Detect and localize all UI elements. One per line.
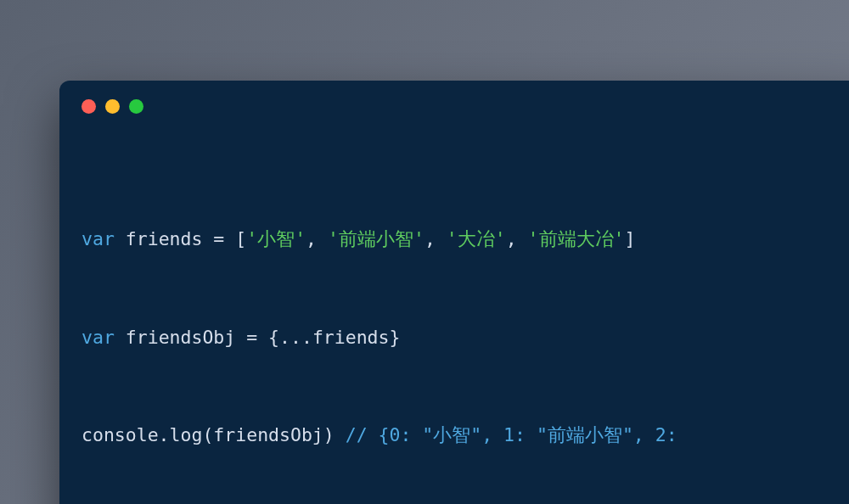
code-content: var friends = ['小智', '前端小智', '大冶', '前端大冶…	[59, 122, 849, 504]
keyword-var: var	[82, 228, 115, 249]
window-titlebar	[59, 81, 849, 122]
minimize-icon[interactable]	[105, 99, 120, 114]
keyword-var: var	[82, 327, 115, 348]
code-window: var friends = ['小智', '前端小智', '大冶', '前端大冶…	[59, 81, 849, 504]
string-literal: '前端小智'	[328, 228, 424, 249]
string-literal: '前端大冶'	[528, 228, 625, 249]
maximize-icon[interactable]	[129, 99, 143, 114]
code-line-1: var friends = ['小智', '前端小智', '大冶', '前端大冶…	[82, 226, 849, 252]
close-icon[interactable]	[82, 99, 96, 114]
comment: // {0: "小智", 1: "前端小智", 2:	[346, 424, 678, 445]
string-literal: '小智'	[246, 228, 306, 249]
method-name: log	[170, 424, 203, 445]
string-literal: '大冶'	[447, 228, 506, 249]
identifier: friendsObj	[126, 327, 235, 348]
code-line-2: var friendsObj = {...friends}	[82, 324, 849, 350]
identifier: friends	[126, 228, 203, 249]
identifier: console	[82, 424, 159, 445]
code-line-3: console.log(friendsObj) // {0: "小智", 1: …	[82, 422, 849, 448]
